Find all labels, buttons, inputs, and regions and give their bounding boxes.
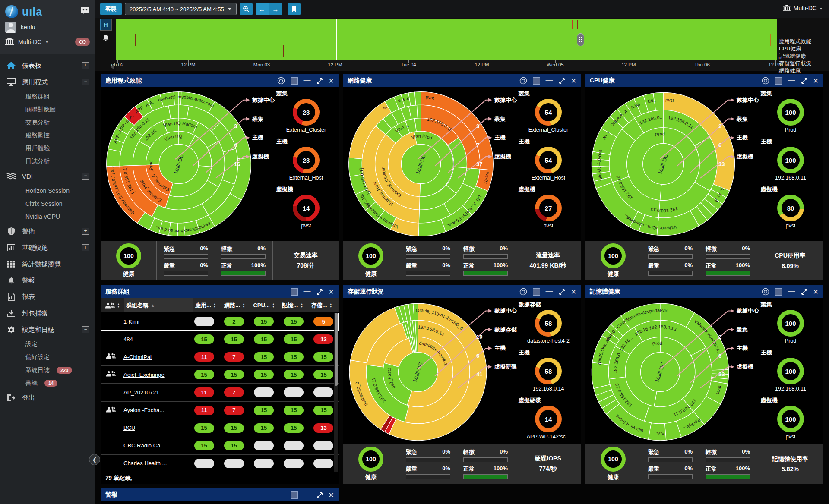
column-users[interactable]: ▲▼: [101, 298, 124, 312]
target-icon[interactable]: [519, 288, 527, 296]
minimize-icon[interactable]: —: [788, 79, 795, 83]
sidebar-subitem-設定[interactable]: 設定: [0, 338, 95, 351]
sidebar-subitem-Nvidia vGPU[interactable]: Nvidia vGPU: [0, 210, 95, 223]
group-name-link[interactable]: Charles Health ...: [123, 460, 167, 466]
table-row[interactable]: BCU1515151513: [101, 419, 339, 437]
customize-button[interactable]: 客製: [100, 3, 122, 15]
health-timeline[interactable]: [116, 19, 777, 60]
table-row[interactable]: Charles Health ...·····: [101, 455, 339, 472]
gauge-donut[interactable]: 100: [777, 99, 804, 126]
sidebar-item-警衛[interactable]: 警衛+: [0, 223, 95, 239]
expand-section-icon[interactable]: +: [82, 62, 89, 69]
expand-section-icon[interactable]: +: [82, 228, 89, 235]
sort-icon[interactable]: ▲▼: [117, 303, 120, 308]
sidebar-subitem-Citrix Session[interactable]: Citrix Session: [0, 197, 95, 210]
step-forward-button[interactable]: →: [269, 3, 282, 15]
sidebar-subitem-系統日誌[interactable]: 系統日誌220: [0, 364, 95, 377]
target-icon[interactable]: [519, 77, 527, 85]
sidebar-subitem-服務群組[interactable]: 服務群組: [0, 90, 95, 103]
minimize-icon[interactable]: —: [546, 79, 553, 83]
expand-icon[interactable]: [316, 289, 323, 295]
step-back-button[interactable]: ←: [256, 3, 269, 15]
table-row[interactable]: 1-Kimi·215155: [101, 313, 339, 331]
table-scrollbar[interactable]: [334, 313, 338, 472]
collapse-section-icon[interactable]: −: [82, 326, 89, 333]
target-icon[interactable]: [277, 77, 285, 85]
sort-icon[interactable]: ▲▼: [242, 303, 245, 308]
gauge-donut[interactable]: 100: [777, 147, 804, 173]
timeline-slider-handle[interactable]: [577, 33, 584, 46]
minimize-icon[interactable]: —: [304, 290, 311, 294]
sidebar-item-統計數據瀏覽[interactable]: 統計數據瀏覽: [0, 256, 95, 272]
column-header-4[interactable]: 記憶...▲▼: [281, 298, 310, 312]
panel-style-icon[interactable]: [291, 491, 298, 499]
group-name-link[interactable]: 1-Kimi: [123, 318, 139, 325]
user-row[interactable]: kenlu: [5, 20, 90, 35]
panel-style-icon[interactable]: [533, 288, 540, 296]
gauge-donut[interactable]: 58: [535, 310, 562, 337]
panel-style-icon[interactable]: [291, 288, 298, 296]
panel-style-icon[interactable]: [533, 77, 540, 85]
sort-icon[interactable]: ▲▼: [272, 303, 275, 308]
gauge-donut[interactable]: 14: [535, 406, 562, 432]
gauge-donut[interactable]: 23: [293, 99, 320, 126]
column-header-3[interactable]: CPU...▲▼: [251, 298, 280, 312]
sidebar-subitem-偏好設定[interactable]: 偏好設定: [0, 351, 95, 364]
scroll-thumb[interactable]: [335, 313, 338, 386]
table-row[interactable]: 4841515151513: [101, 331, 339, 348]
group-name-link[interactable]: 484: [123, 336, 133, 343]
close-icon[interactable]: ✕: [329, 77, 334, 85]
close-icon[interactable]: ✕: [813, 77, 819, 85]
sort-icon[interactable]: ▲: [151, 303, 155, 308]
gauge-donut[interactable]: 80: [777, 195, 804, 221]
expand-icon[interactable]: [559, 289, 565, 295]
sidebar-collapse-button[interactable]: ❮: [89, 454, 100, 465]
target-icon[interactable]: [762, 288, 769, 296]
expand-icon[interactable]: [801, 78, 807, 84]
sort-icon[interactable]: ▲▼: [300, 303, 303, 308]
minimize-icon[interactable]: —: [304, 79, 311, 83]
gauge-donut[interactable]: 14: [293, 195, 320, 221]
minimize-icon[interactable]: —: [788, 290, 795, 294]
group-name-link[interactable]: AP_20210721: [123, 389, 159, 396]
gauge-donut[interactable]: 100: [777, 406, 804, 432]
gauge-donut[interactable]: 100: [777, 310, 804, 337]
eye-badge[interactable]: [75, 38, 90, 46]
gauge-donut[interactable]: 100: [777, 358, 804, 384]
column-header-2[interactable]: 網路...▲▼: [222, 298, 251, 312]
column-header-1[interactable]: 應用...▲▼: [193, 298, 222, 312]
sidebar-subitem-關聯對應圖[interactable]: 關聯對應圖: [0, 103, 95, 116]
panel-style-icon[interactable]: [775, 77, 782, 85]
close-icon[interactable]: ✕: [329, 491, 334, 499]
sidebar-subitem-書籤[interactable]: 書籤14: [0, 377, 95, 390]
target-icon[interactable]: [762, 77, 769, 85]
group-name-link[interactable]: Aeiel -Exchange: [123, 372, 165, 378]
table-row[interactable]: Ayalon -Excha...117151515: [101, 402, 339, 419]
sidebar-subitem-用戶體驗[interactable]: 用戶體驗: [0, 142, 95, 155]
panel-style-icon[interactable]: [775, 288, 782, 296]
gauge-donut[interactable]: 23: [293, 147, 320, 173]
panel-style-icon[interactable]: [291, 77, 298, 85]
sidebar-item-儀表板[interactable]: 儀表板+: [0, 57, 95, 74]
table-row[interactable]: Aeiel -Exchange1515151515: [101, 366, 339, 384]
sidebar-item-報表[interactable]: 報表: [0, 289, 95, 305]
sidebar-subitem-日誌分析[interactable]: 日誌分析: [0, 155, 95, 168]
sidebar-item-封包捕獲[interactable]: 封包捕獲: [0, 305, 95, 321]
close-icon[interactable]: ✕: [571, 288, 576, 296]
minimize-icon[interactable]: —: [304, 493, 311, 497]
bookmark-button[interactable]: [288, 3, 301, 15]
expand-icon[interactable]: [316, 78, 323, 84]
sidebar-item-登出[interactable]: 登出: [0, 390, 95, 406]
collapse-section-icon[interactable]: −: [82, 173, 89, 180]
sidebar-item-基礎設施[interactable]: 基礎設施+: [0, 239, 95, 256]
expand-section-icon[interactable]: +: [82, 244, 89, 251]
table-row[interactable]: A-ChimiPal117151515: [101, 348, 339, 366]
chat-bubble-icon[interactable]: [80, 7, 90, 16]
table-row[interactable]: CBC Radio Ca...1515···: [101, 437, 339, 455]
close-icon[interactable]: ✕: [813, 288, 819, 296]
sidebar-item-警報[interactable]: 警報: [0, 272, 95, 289]
close-icon[interactable]: ✕: [571, 77, 576, 85]
column-header-5[interactable]: 存儲...▲▼: [310, 298, 339, 312]
gauge-donut[interactable]: 54: [535, 147, 562, 173]
column-header-0[interactable]: 群組名稱▲: [124, 298, 193, 312]
